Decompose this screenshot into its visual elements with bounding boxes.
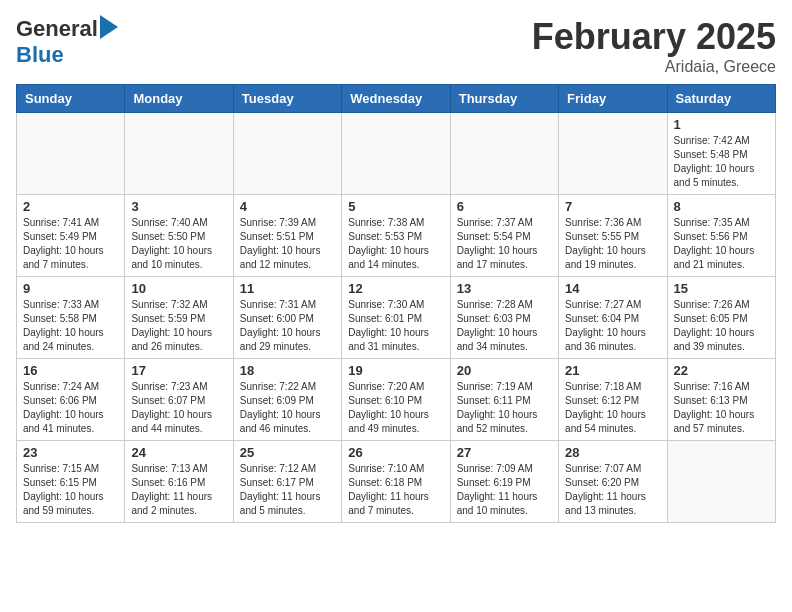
table-row: 20Sunrise: 7:19 AM Sunset: 6:11 PM Dayli…	[450, 359, 558, 441]
header-thursday: Thursday	[450, 85, 558, 113]
day-info: Sunrise: 7:20 AM Sunset: 6:10 PM Dayligh…	[348, 380, 443, 436]
table-row: 2Sunrise: 7:41 AM Sunset: 5:49 PM Daylig…	[17, 195, 125, 277]
table-row: 12Sunrise: 7:30 AM Sunset: 6:01 PM Dayli…	[342, 277, 450, 359]
table-row	[233, 113, 341, 195]
day-number: 11	[240, 281, 335, 296]
table-row: 22Sunrise: 7:16 AM Sunset: 6:13 PM Dayli…	[667, 359, 775, 441]
table-row: 19Sunrise: 7:20 AM Sunset: 6:10 PM Dayli…	[342, 359, 450, 441]
day-number: 25	[240, 445, 335, 460]
table-row: 27Sunrise: 7:09 AM Sunset: 6:19 PM Dayli…	[450, 441, 558, 523]
table-row: 15Sunrise: 7:26 AM Sunset: 6:05 PM Dayli…	[667, 277, 775, 359]
day-number: 4	[240, 199, 335, 214]
table-row: 25Sunrise: 7:12 AM Sunset: 6:17 PM Dayli…	[233, 441, 341, 523]
day-number: 16	[23, 363, 118, 378]
day-number: 26	[348, 445, 443, 460]
day-number: 5	[348, 199, 443, 214]
table-row: 6Sunrise: 7:37 AM Sunset: 5:54 PM Daylig…	[450, 195, 558, 277]
table-row: 5Sunrise: 7:38 AM Sunset: 5:53 PM Daylig…	[342, 195, 450, 277]
location-subtitle: Aridaia, Greece	[532, 58, 776, 76]
day-number: 17	[131, 363, 226, 378]
logo: General Blue	[16, 16, 118, 68]
day-info: Sunrise: 7:24 AM Sunset: 6:06 PM Dayligh…	[23, 380, 118, 436]
day-number: 28	[565, 445, 660, 460]
day-number: 27	[457, 445, 552, 460]
table-row: 8Sunrise: 7:35 AM Sunset: 5:56 PM Daylig…	[667, 195, 775, 277]
day-info: Sunrise: 7:41 AM Sunset: 5:49 PM Dayligh…	[23, 216, 118, 272]
table-row	[342, 113, 450, 195]
day-info: Sunrise: 7:32 AM Sunset: 5:59 PM Dayligh…	[131, 298, 226, 354]
day-info: Sunrise: 7:19 AM Sunset: 6:11 PM Dayligh…	[457, 380, 552, 436]
day-info: Sunrise: 7:07 AM Sunset: 6:20 PM Dayligh…	[565, 462, 660, 518]
table-row: 28Sunrise: 7:07 AM Sunset: 6:20 PM Dayli…	[559, 441, 667, 523]
day-number: 6	[457, 199, 552, 214]
day-info: Sunrise: 7:26 AM Sunset: 6:05 PM Dayligh…	[674, 298, 769, 354]
calendar-header-row: Sunday Monday Tuesday Wednesday Thursday…	[17, 85, 776, 113]
table-row	[450, 113, 558, 195]
day-number: 21	[565, 363, 660, 378]
table-row: 17Sunrise: 7:23 AM Sunset: 6:07 PM Dayli…	[125, 359, 233, 441]
day-info: Sunrise: 7:31 AM Sunset: 6:00 PM Dayligh…	[240, 298, 335, 354]
day-info: Sunrise: 7:15 AM Sunset: 6:15 PM Dayligh…	[23, 462, 118, 518]
table-row: 9Sunrise: 7:33 AM Sunset: 5:58 PM Daylig…	[17, 277, 125, 359]
day-number: 15	[674, 281, 769, 296]
header-saturday: Saturday	[667, 85, 775, 113]
table-row: 7Sunrise: 7:36 AM Sunset: 5:55 PM Daylig…	[559, 195, 667, 277]
day-number: 1	[674, 117, 769, 132]
logo-general-text: General	[16, 16, 98, 42]
day-info: Sunrise: 7:42 AM Sunset: 5:48 PM Dayligh…	[674, 134, 769, 190]
calendar-week-row: 1Sunrise: 7:42 AM Sunset: 5:48 PM Daylig…	[17, 113, 776, 195]
table-row: 13Sunrise: 7:28 AM Sunset: 6:03 PM Dayli…	[450, 277, 558, 359]
day-info: Sunrise: 7:35 AM Sunset: 5:56 PM Dayligh…	[674, 216, 769, 272]
table-row	[559, 113, 667, 195]
day-info: Sunrise: 7:27 AM Sunset: 6:04 PM Dayligh…	[565, 298, 660, 354]
day-info: Sunrise: 7:40 AM Sunset: 5:50 PM Dayligh…	[131, 216, 226, 272]
table-row: 4Sunrise: 7:39 AM Sunset: 5:51 PM Daylig…	[233, 195, 341, 277]
day-info: Sunrise: 7:33 AM Sunset: 5:58 PM Dayligh…	[23, 298, 118, 354]
calendar-week-row: 23Sunrise: 7:15 AM Sunset: 6:15 PM Dayli…	[17, 441, 776, 523]
day-info: Sunrise: 7:12 AM Sunset: 6:17 PM Dayligh…	[240, 462, 335, 518]
day-number: 12	[348, 281, 443, 296]
title-section: February 2025 Aridaia, Greece	[532, 16, 776, 76]
day-info: Sunrise: 7:10 AM Sunset: 6:18 PM Dayligh…	[348, 462, 443, 518]
table-row	[17, 113, 125, 195]
table-row: 24Sunrise: 7:13 AM Sunset: 6:16 PM Dayli…	[125, 441, 233, 523]
day-number: 8	[674, 199, 769, 214]
table-row	[667, 441, 775, 523]
day-number: 10	[131, 281, 226, 296]
day-info: Sunrise: 7:37 AM Sunset: 5:54 PM Dayligh…	[457, 216, 552, 272]
logo-blue-text: Blue	[16, 42, 64, 67]
day-info: Sunrise: 7:23 AM Sunset: 6:07 PM Dayligh…	[131, 380, 226, 436]
day-info: Sunrise: 7:28 AM Sunset: 6:03 PM Dayligh…	[457, 298, 552, 354]
calendar-week-row: 16Sunrise: 7:24 AM Sunset: 6:06 PM Dayli…	[17, 359, 776, 441]
day-number: 22	[674, 363, 769, 378]
day-number: 2	[23, 199, 118, 214]
day-info: Sunrise: 7:38 AM Sunset: 5:53 PM Dayligh…	[348, 216, 443, 272]
day-info: Sunrise: 7:09 AM Sunset: 6:19 PM Dayligh…	[457, 462, 552, 518]
day-number: 13	[457, 281, 552, 296]
table-row	[125, 113, 233, 195]
day-number: 24	[131, 445, 226, 460]
table-row: 18Sunrise: 7:22 AM Sunset: 6:09 PM Dayli…	[233, 359, 341, 441]
header-monday: Monday	[125, 85, 233, 113]
header-friday: Friday	[559, 85, 667, 113]
day-info: Sunrise: 7:36 AM Sunset: 5:55 PM Dayligh…	[565, 216, 660, 272]
day-info: Sunrise: 7:30 AM Sunset: 6:01 PM Dayligh…	[348, 298, 443, 354]
day-number: 19	[348, 363, 443, 378]
day-number: 7	[565, 199, 660, 214]
calendar-table: Sunday Monday Tuesday Wednesday Thursday…	[16, 84, 776, 523]
header-sunday: Sunday	[17, 85, 125, 113]
table-row: 1Sunrise: 7:42 AM Sunset: 5:48 PM Daylig…	[667, 113, 775, 195]
table-row: 23Sunrise: 7:15 AM Sunset: 6:15 PM Dayli…	[17, 441, 125, 523]
header-wednesday: Wednesday	[342, 85, 450, 113]
page-header: General Blue February 2025 Aridaia, Gree…	[16, 16, 776, 76]
table-row: 10Sunrise: 7:32 AM Sunset: 5:59 PM Dayli…	[125, 277, 233, 359]
day-info: Sunrise: 7:39 AM Sunset: 5:51 PM Dayligh…	[240, 216, 335, 272]
logo-arrow-icon	[100, 15, 118, 39]
table-row: 3Sunrise: 7:40 AM Sunset: 5:50 PM Daylig…	[125, 195, 233, 277]
table-row: 11Sunrise: 7:31 AM Sunset: 6:00 PM Dayli…	[233, 277, 341, 359]
day-number: 3	[131, 199, 226, 214]
table-row: 16Sunrise: 7:24 AM Sunset: 6:06 PM Dayli…	[17, 359, 125, 441]
calendar-week-row: 9Sunrise: 7:33 AM Sunset: 5:58 PM Daylig…	[17, 277, 776, 359]
day-number: 23	[23, 445, 118, 460]
day-number: 18	[240, 363, 335, 378]
